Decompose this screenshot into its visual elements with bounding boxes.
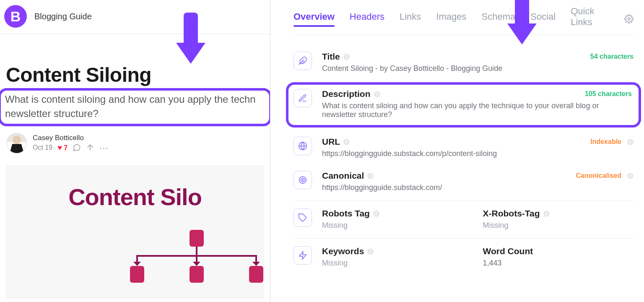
hero-title-text: Content Silo bbox=[6, 183, 264, 211]
title-label: Title bbox=[322, 52, 340, 62]
tab-links[interactable]: Links bbox=[400, 11, 421, 26]
svg-marker-9 bbox=[299, 252, 306, 259]
share-icon[interactable] bbox=[86, 143, 94, 152]
canonical-label: Canonical bbox=[322, 171, 364, 181]
card-keywords-row: Keywords i Missing Word Count 1,443 bbox=[293, 242, 634, 276]
tab-images[interactable]: Images bbox=[436, 11, 466, 26]
more-icon[interactable]: ··· bbox=[99, 143, 109, 153]
canonical-badge: Canonicalised bbox=[576, 172, 621, 180]
canonical-value: https://bloggingguide.substack.com/ bbox=[322, 183, 634, 192]
comment-icon[interactable] bbox=[73, 143, 81, 152]
hero-image: Content Silo bbox=[6, 165, 264, 299]
info-icon[interactable]: i bbox=[373, 211, 379, 217]
card-description-highlight: Description i 105 characters What is con… bbox=[286, 82, 641, 128]
tab-schema[interactable]: Schema bbox=[482, 11, 516, 26]
wordcount-value: 1,443 bbox=[483, 259, 634, 268]
publication-header: B Blogging Guide bbox=[0, 0, 270, 34]
svg-point-6 bbox=[301, 178, 304, 182]
title-value: Content Siloing - by Casey Botticello - … bbox=[322, 64, 634, 73]
robots-value: Missing bbox=[322, 221, 473, 230]
author-row: Casey Botticello Oct 19 ♥ 7 ··· bbox=[0, 126, 270, 157]
settings-button[interactable] bbox=[624, 14, 634, 23]
card-title: Title i 54 characters Content Siloing - … bbox=[293, 47, 634, 81]
info-icon[interactable]: i bbox=[343, 54, 350, 60]
pencil-icon bbox=[293, 89, 312, 107]
tab-bar: Overview Headers Links Images Schema Soc… bbox=[293, 0, 634, 35]
target-icon bbox=[293, 171, 312, 189]
article-preview-pane: B Blogging Guide Content Siloing What is… bbox=[0, 0, 270, 302]
post-title: Content Siloing bbox=[0, 34, 270, 88]
card-robots-row: Robots Tag i Missing X-Robots-Tag i Miss… bbox=[293, 204, 634, 239]
heart-icon: ♥ bbox=[57, 143, 62, 152]
info-icon[interactable]: i bbox=[543, 211, 550, 217]
tab-quick-links[interactable]: Quick Links bbox=[571, 6, 609, 32]
robots-label: Robots Tag bbox=[322, 208, 370, 219]
info-icon[interactable]: i bbox=[367, 173, 374, 179]
info-icon[interactable]: i bbox=[367, 248, 374, 255]
author-avatar[interactable] bbox=[7, 133, 27, 153]
tab-social[interactable]: Social bbox=[530, 11, 556, 26]
url-label: URL bbox=[322, 137, 340, 147]
description-badge: 105 characters bbox=[585, 90, 632, 98]
tag-icon bbox=[293, 208, 312, 227]
info-icon[interactable]: i bbox=[374, 91, 380, 97]
xrobots-label: X-Robots-Tag bbox=[483, 208, 540, 219]
card-canonical: Canonical i Canonicalised i https://blog… bbox=[293, 167, 634, 201]
svg-point-5 bbox=[299, 177, 306, 184]
author-name[interactable]: Casey Botticello bbox=[33, 134, 109, 142]
like-count: 7 bbox=[64, 144, 68, 151]
description-value: What is content siloing and how can you … bbox=[322, 102, 632, 119]
post-subtitle: What is content siloing and how can you … bbox=[5, 92, 265, 120]
svg-point-0 bbox=[628, 18, 630, 20]
bolt-icon bbox=[293, 246, 312, 265]
card-url: URL i Indexable i https://bloggingguide.… bbox=[293, 133, 634, 167]
feather-icon bbox=[293, 52, 312, 70]
title-badge: 54 characters bbox=[590, 53, 634, 60]
tab-overview[interactable]: Overview bbox=[293, 11, 335, 26]
publication-name[interactable]: Blogging Guide bbox=[34, 12, 92, 21]
publication-logo[interactable]: B bbox=[4, 5, 27, 28]
url-badge: Indexable bbox=[590, 138, 621, 146]
info-icon[interactable]: i bbox=[343, 139, 350, 145]
url-value: https://bloggingguide.substack.com/p/con… bbox=[322, 149, 634, 158]
like-button[interactable]: ♥ 7 bbox=[57, 143, 68, 152]
tab-headers[interactable]: Headers bbox=[350, 11, 384, 26]
wordcount-label: Word Count bbox=[483, 246, 533, 256]
info-icon[interactable]: i bbox=[627, 173, 634, 179]
keywords-value: Missing bbox=[322, 259, 473, 268]
xrobots-value: Missing bbox=[483, 221, 634, 230]
keywords-label: Keywords bbox=[322, 246, 364, 256]
description-label: Description bbox=[322, 89, 371, 99]
seo-inspector-pane: Overview Headers Links Images Schema Soc… bbox=[270, 0, 644, 302]
globe-icon bbox=[293, 137, 312, 155]
svg-point-7 bbox=[302, 180, 304, 181]
post-subtitle-highlight: What is content siloing and how can you … bbox=[0, 88, 270, 126]
info-icon[interactable]: i bbox=[627, 139, 634, 145]
post-date: Oct 19 bbox=[33, 144, 52, 151]
